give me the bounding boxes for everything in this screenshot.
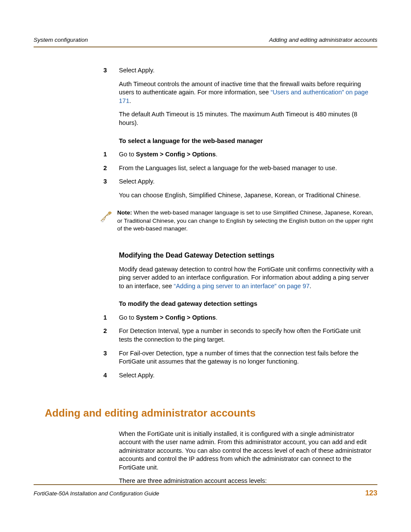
step-number: 4 <box>102 371 119 380</box>
paragraph: The default Auth Timeout is 15 minutes. … <box>119 110 375 127</box>
step-number: 3 <box>102 177 119 186</box>
note-text: Note: When the web-based manager languag… <box>117 209 375 233</box>
step-number: 3 <box>102 66 119 75</box>
step-row: 2 From the Languages list, select a lang… <box>119 164 375 173</box>
step-row: 1 Go to System > Config > Options. <box>119 314 375 322</box>
step-text: Go to System > Config > Options. <box>119 314 375 322</box>
text-fragment: . <box>129 97 131 104</box>
step-number: 2 <box>102 327 119 344</box>
header-right: Adding and editing administrator account… <box>269 36 377 44</box>
note-label: Note: <box>117 209 134 216</box>
svg-point-0 <box>109 212 112 214</box>
step-row: 3 Select Apply. <box>119 66 375 75</box>
step-number: 1 <box>102 150 119 159</box>
step-text: For Detection Interval, type a number in… <box>119 327 375 344</box>
step-text: From the Languages list, select a langua… <box>119 164 375 173</box>
procedure-heading: To select a language for the web-based m… <box>119 137 375 146</box>
step-text: Go to System > Config > Options. <box>119 150 375 159</box>
step-row: 4 Select Apply. <box>119 371 375 380</box>
paragraph: Auth Timeout controls the amount of inac… <box>119 80 375 106</box>
note-block: Note: When the web-based manager languag… <box>119 209 375 233</box>
step-text: Select Apply. <box>119 177 375 186</box>
step-row: 2 For Detection Interval, type a number … <box>119 327 375 344</box>
content-column: 3 Select Apply. Auth Timeout controls th… <box>119 66 375 380</box>
text-fragment: Go to <box>119 314 136 321</box>
section-heading: Modifying the Dead Gateway Detection set… <box>119 251 375 260</box>
step-number: 2 <box>102 164 119 173</box>
footer-title: FortiGate-50A Installation and Configura… <box>34 490 159 498</box>
step-text: Select Apply. <box>119 66 375 75</box>
page-number: 123 <box>365 488 377 498</box>
step-number: 1 <box>102 314 119 322</box>
step-row: 1 Go to System > Config > Options. <box>119 150 375 159</box>
cross-ref-link[interactable]: “Adding a ping server to an interface” o… <box>174 283 309 289</box>
page-footer: FortiGate-50A Installation and Configura… <box>34 484 377 498</box>
text-fragment: . <box>216 314 218 321</box>
step-text: Select Apply. <box>119 371 375 380</box>
note-body: When the web-based manager language is s… <box>117 209 373 231</box>
paragraph: You can choose English, Simplified Chine… <box>119 191 375 200</box>
content-column: When the FortiGate unit is initially ins… <box>119 430 375 485</box>
step-text: For Fail-over Detection, type a number o… <box>119 349 375 366</box>
nav-path: System > Config > Options <box>136 151 216 158</box>
procedure-heading: To modify the dead gateway detection set… <box>119 300 375 308</box>
header-left: System configuration <box>34 36 88 44</box>
text-fragment: . <box>216 151 218 158</box>
paragraph: When the FortiGate unit is initially ins… <box>119 430 375 472</box>
note-icon <box>100 209 117 225</box>
step-number: 3 <box>102 349 119 366</box>
chapter-heading: Adding and editing administrator account… <box>45 406 377 420</box>
step-row: 3 Select Apply. <box>119 177 375 186</box>
text-fragment: . <box>310 283 311 289</box>
paragraph: Modify dead gateway detection to control… <box>119 265 375 291</box>
nav-path: System > Config > Options <box>136 314 216 321</box>
text-fragment: Go to <box>119 151 136 158</box>
page-header: System configuration Adding and editing … <box>34 36 377 47</box>
step-row: 3 For Fail-over Detection, type a number… <box>119 349 375 366</box>
